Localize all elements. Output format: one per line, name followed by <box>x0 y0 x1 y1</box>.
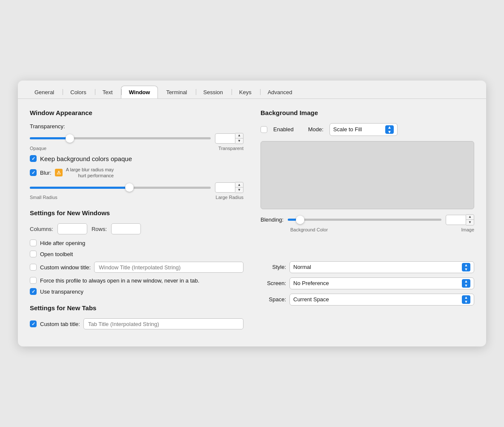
keep-bg-opaque-checkbox[interactable] <box>30 155 37 162</box>
blur-slider-labels: Small Radius Large Radius <box>30 195 243 200</box>
transparency-input[interactable]: 18 <box>215 133 235 144</box>
space-select[interactable]: Current Space ▲▼ <box>289 294 474 306</box>
blending-row: Blending: 10 ▲ ▼ <box>261 214 474 225</box>
blending-decrement[interactable]: ▼ <box>466 220 474 225</box>
columns-input[interactable]: 80 <box>57 223 87 234</box>
blur-input[interactable]: 35 <box>215 182 235 193</box>
transparency-track[interactable] <box>30 137 211 139</box>
tab-window[interactable]: Window <box>121 86 158 98</box>
bg-mode-select[interactable]: Scale to Fill ▲▼ <box>329 123 398 136</box>
blur-header: Blur: ⚠ A large blur radius mayhurt perf… <box>30 167 243 179</box>
transparent-label: Transparent <box>218 146 243 151</box>
tab-general[interactable]: General <box>26 86 62 98</box>
tab-session[interactable]: Session <box>195 86 231 98</box>
screen-value: No Preference <box>293 280 329 286</box>
blending-section: Blending: 10 ▲ ▼ <box>261 214 474 232</box>
keep-bg-opaque-label[interactable]: Keep background colors opaque <box>40 155 132 162</box>
settings-new-tabs-section: Settings for New Tabs Custom tab title: <box>30 304 243 329</box>
bg-preview <box>261 141 474 209</box>
space-value: Current Space <box>293 296 329 303</box>
custom-window-title-input[interactable] <box>94 262 243 273</box>
force-new-window-checkbox[interactable] <box>30 277 37 284</box>
columns-label: Columns: <box>30 226 53 232</box>
custom-window-title-checkbox[interactable] <box>30 264 37 271</box>
blending-track[interactable] <box>288 219 441 221</box>
force-new-window-label[interactable]: Force this profile to always open in a n… <box>40 277 199 284</box>
use-transparency-label[interactable]: Use transparency <box>40 289 83 295</box>
blur-label: Blur: <box>40 170 52 176</box>
space-label: Space: <box>261 296 286 303</box>
left-column: Window Appearance Transparency: 18 ▲ ▼ <box>30 109 243 334</box>
bg-enabled-checkbox[interactable] <box>261 126 267 133</box>
custom-window-title-row: Custom window title: <box>30 262 243 273</box>
tab-terminal[interactable]: Terminal <box>158 86 195 98</box>
background-color-label: Background Color <box>290 227 328 232</box>
blur-track[interactable] <box>30 187 211 189</box>
transparency-stepper: ▲ ▼ <box>235 133 243 144</box>
blur-warning-icon: ⚠ <box>55 169 63 176</box>
opaque-label: Opaque <box>30 146 46 151</box>
blur-checkbox[interactable] <box>30 169 37 176</box>
tab-keys[interactable]: Keys <box>231 86 260 98</box>
settings-new-windows-title: Settings for New Windows <box>30 209 243 216</box>
blending-sub-labels: Background Color Image <box>261 227 474 232</box>
custom-window-title-label[interactable]: Custom window title: <box>40 264 91 271</box>
space-arrow: ▲▼ <box>462 295 470 304</box>
blending-input-group: 10 ▲ ▼ <box>446 214 474 225</box>
settings-new-windows-section: Settings for New Windows Columns: 80 Row… <box>30 209 243 295</box>
blur-thumb[interactable] <box>125 183 134 192</box>
open-toolbelt-checkbox[interactable] <box>30 251 37 257</box>
background-image-title: Background Image <box>261 109 474 116</box>
tab-content: Window Appearance Transparency: 18 ▲ ▼ <box>18 99 486 338</box>
style-select[interactable]: Normal ▲▼ <box>289 261 474 273</box>
hide-after-opening-checkbox[interactable] <box>30 239 37 246</box>
tab-colors[interactable]: Colors <box>62 86 94 98</box>
use-transparency-checkbox[interactable] <box>30 288 37 295</box>
blending-thumb[interactable] <box>296 216 304 224</box>
right-column: Background Image Enabled Mode: Scale to … <box>261 109 474 334</box>
transparency-label: Transparency: <box>30 123 243 130</box>
rows-label: Rows: <box>92 226 107 232</box>
hide-after-opening-label[interactable]: Hide after opening <box>40 240 85 246</box>
rows-input[interactable]: 24 <box>111 223 141 234</box>
style-label: Style: <box>261 264 286 270</box>
use-transparency-row: Use transparency <box>30 288 243 295</box>
screen-label: Screen: <box>261 280 286 286</box>
large-radius-label: Large Radius <box>216 195 243 200</box>
preferences-window: General Colors Text Window Terminal Sess… <box>18 81 486 347</box>
blur-slider-row: 35 ▲ ▼ <box>30 182 243 193</box>
transparency-thumb[interactable] <box>66 134 74 143</box>
bg-mode-value: Scale to Fill <box>333 126 362 133</box>
style-screen-space-section: Style: Normal ▲▼ Screen: No Preference <box>261 260 474 306</box>
transparency-increment[interactable]: ▲ <box>235 133 243 138</box>
blur-fill <box>30 187 129 189</box>
bg-mode-label: Mode: <box>308 126 324 133</box>
image-label: Image <box>461 227 474 232</box>
bg-image-header: Enabled Mode: Scale to Fill ▲▼ <box>261 123 474 136</box>
force-new-window-row: Force this profile to always open in a n… <box>30 277 243 284</box>
small-radius-label: Small Radius <box>30 195 57 200</box>
space-row: Space: Current Space ▲▼ <box>261 294 474 306</box>
blending-increment[interactable]: ▲ <box>466 215 474 220</box>
blending-input[interactable]: 10 <box>446 215 466 225</box>
blending-label: Blending: <box>261 216 284 223</box>
tab-advanced[interactable]: Advanced <box>260 86 301 98</box>
transparency-fill <box>30 137 70 139</box>
style-value: Normal <box>293 264 311 270</box>
custom-tab-title-checkbox[interactable] <box>30 320 37 327</box>
screen-row: Screen: No Preference ▲▼ <box>261 277 474 289</box>
window-appearance-title: Window Appearance <box>30 109 243 116</box>
screen-arrow: ▲▼ <box>462 279 470 288</box>
transparency-decrement[interactable]: ▼ <box>235 138 243 144</box>
custom-tab-title-label[interactable]: Custom tab title: <box>40 321 80 327</box>
open-toolbelt-label[interactable]: Open toolbelt <box>40 251 73 257</box>
blur-stepper: ▲ ▼ <box>235 182 243 193</box>
custom-tab-title-input[interactable] <box>83 318 243 329</box>
custom-tab-title-row: Custom tab title: <box>30 318 243 329</box>
blur-warning-text: A large blur radius mayhurt performance <box>66 167 114 179</box>
tab-text[interactable]: Text <box>94 86 121 98</box>
blur-increment[interactable]: ▲ <box>235 182 243 188</box>
screen-select[interactable]: No Preference ▲▼ <box>289 277 474 289</box>
hide-after-opening-row: Hide after opening <box>30 239 243 246</box>
blur-decrement[interactable]: ▼ <box>235 188 243 193</box>
